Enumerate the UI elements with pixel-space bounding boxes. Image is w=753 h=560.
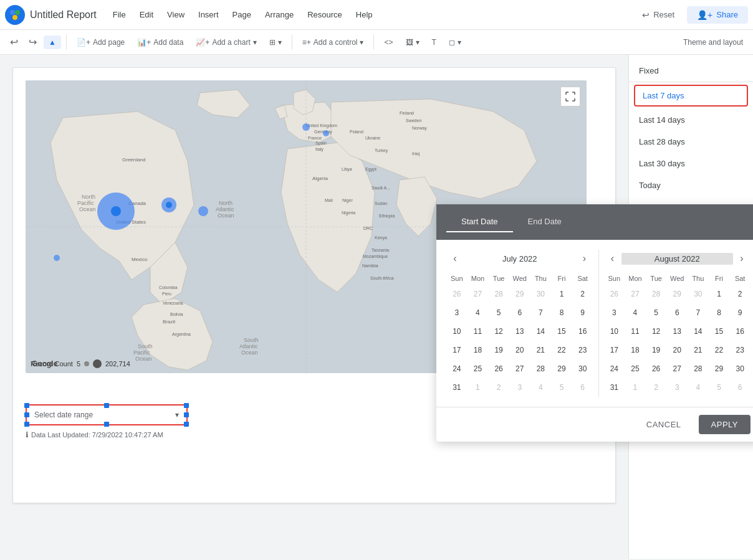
cal-day-r[interactable]: 13 bbox=[668, 323, 686, 340]
cal-day-r[interactable]: 24 bbox=[605, 360, 623, 377]
cal-day[interactable]: 7 bbox=[532, 304, 549, 321]
cal-day[interactable]: 2 bbox=[490, 379, 507, 396]
undo-button[interactable]: ↩ bbox=[5, 34, 22, 51]
cal-day-r[interactable]: 28 bbox=[689, 360, 707, 377]
menu-insert[interactable]: Insert bbox=[192, 7, 225, 22]
cal-day-r[interactable]: 4 bbox=[689, 379, 707, 396]
menu-file[interactable]: File bbox=[107, 7, 132, 22]
handle-tr[interactable] bbox=[184, 403, 189, 408]
cal-day[interactable]: 1 bbox=[469, 379, 486, 396]
cal-day-r[interactable]: 30 bbox=[689, 285, 707, 303]
cal-day-r[interactable]: 17 bbox=[605, 341, 623, 359]
cal-day[interactable]: 30 bbox=[532, 285, 549, 303]
cal-day-r[interactable]: 15 bbox=[711, 323, 728, 340]
cal-day-r[interactable]: 9 bbox=[731, 304, 749, 321]
cal-day-r[interactable]: 8 bbox=[711, 304, 728, 321]
handle-left[interactable] bbox=[24, 412, 29, 417]
text-button[interactable]: T bbox=[427, 36, 441, 49]
option-last-28-days[interactable]: Last 28 days bbox=[629, 131, 753, 153]
cal-day-r[interactable]: 25 bbox=[626, 360, 644, 377]
apply-button[interactable]: APPLY bbox=[699, 415, 751, 434]
menu-page[interactable]: Page bbox=[226, 7, 257, 22]
cal-day[interactable]: 29 bbox=[511, 285, 529, 303]
menu-arrange[interactable]: Arrange bbox=[259, 7, 300, 22]
cal-day[interactable]: 6 bbox=[511, 304, 529, 321]
cal-day[interactable]: 27 bbox=[469, 285, 486, 303]
cal-day-r[interactable]: 14 bbox=[689, 323, 707, 340]
cal-day[interactable]: 1 bbox=[553, 285, 570, 303]
cal-left-prev[interactable]: ‹ bbox=[446, 250, 464, 267]
cursor-tool[interactable]: ▲ bbox=[44, 36, 61, 49]
cal-day[interactable]: 17 bbox=[448, 341, 466, 359]
cal-day-r[interactable]: 6 bbox=[668, 304, 686, 321]
cal-day[interactable]: 14 bbox=[532, 323, 549, 340]
cal-day[interactable]: 28 bbox=[490, 285, 507, 303]
cal-day-r[interactable]: 2 bbox=[648, 379, 665, 396]
cal-day-r[interactable]: 20 bbox=[668, 341, 686, 359]
cal-day[interactable]: 27 bbox=[511, 360, 529, 377]
add-control-button[interactable]: ≡+ Add a control ▾ bbox=[297, 36, 369, 49]
code-button[interactable]: <> bbox=[379, 36, 398, 49]
cal-day-r[interactable]: 27 bbox=[626, 285, 644, 303]
cal-right-next[interactable]: › bbox=[733, 250, 751, 267]
cal-day[interactable]: 4 bbox=[469, 304, 486, 321]
start-date-tab[interactable]: Start Date bbox=[446, 212, 513, 232]
cal-day-r[interactable]: 5 bbox=[648, 304, 665, 321]
cal-day-r[interactable]: 27 bbox=[668, 360, 686, 377]
cal-day[interactable]: 25 bbox=[469, 360, 486, 377]
cal-day-r[interactable]: 7 bbox=[689, 304, 707, 321]
cal-day-r[interactable]: 2 bbox=[731, 285, 749, 303]
share-button[interactable]: 👤+ Share bbox=[687, 6, 748, 24]
cal-day[interactable]: 23 bbox=[574, 341, 592, 359]
cancel-button[interactable]: CANCEL bbox=[634, 415, 694, 434]
cal-day-r[interactable]: 6 bbox=[731, 379, 749, 396]
cal-day-r[interactable]: 1 bbox=[626, 379, 644, 396]
cal-day-r[interactable]: 3 bbox=[668, 379, 686, 396]
handle-top[interactable] bbox=[104, 403, 109, 408]
option-last-7-days[interactable]: Last 7 days bbox=[634, 85, 748, 107]
cal-day[interactable]: 31 bbox=[448, 379, 466, 396]
handle-right[interactable] bbox=[184, 412, 189, 417]
cal-day[interactable]: 22 bbox=[553, 341, 570, 359]
cal-day-r[interactable]: 26 bbox=[605, 285, 623, 303]
option-today[interactable]: Today bbox=[629, 174, 753, 196]
date-range-control[interactable]: Select date range ▾ bbox=[26, 404, 188, 425]
shapes-button[interactable]: ◻ ▾ bbox=[444, 36, 466, 49]
cal-day-r[interactable]: 21 bbox=[689, 341, 707, 359]
cal-day[interactable]: 2 bbox=[574, 285, 592, 303]
cal-day[interactable]: 21 bbox=[532, 341, 549, 359]
cal-day[interactable]: 5 bbox=[490, 304, 507, 321]
cal-day[interactable]: 3 bbox=[448, 304, 466, 321]
cal-day[interactable]: 30 bbox=[574, 360, 592, 377]
option-last-14-days[interactable]: Last 14 days bbox=[629, 109, 753, 131]
cal-day[interactable]: 19 bbox=[490, 341, 507, 359]
cal-day-r[interactable]: 23 bbox=[731, 341, 749, 359]
image-button[interactable]: 🖼 ▾ bbox=[401, 36, 424, 49]
cal-day[interactable]: 12 bbox=[490, 323, 507, 340]
cal-day[interactable]: 11 bbox=[469, 323, 486, 340]
cal-left-next[interactable]: › bbox=[576, 250, 593, 267]
option-last-30-days[interactable]: Last 30 days bbox=[629, 153, 753, 174]
cal-day-r[interactable]: 5 bbox=[711, 379, 728, 396]
cal-day[interactable]: 6 bbox=[574, 379, 592, 396]
cal-day-r[interactable]: 16 bbox=[731, 323, 749, 340]
menu-edit[interactable]: Edit bbox=[133, 7, 160, 22]
menu-resource[interactable]: Resource bbox=[301, 7, 348, 22]
cal-day-r[interactable]: 11 bbox=[626, 323, 644, 340]
cal-day[interactable]: 3 bbox=[511, 379, 529, 396]
cal-day[interactable]: 18 bbox=[469, 341, 486, 359]
cal-day-r[interactable]: 10 bbox=[605, 323, 623, 340]
cal-day[interactable]: 15 bbox=[553, 323, 570, 340]
cal-day[interactable]: 5 bbox=[553, 379, 570, 396]
cal-day[interactable]: 28 bbox=[532, 360, 549, 377]
fullscreen-button[interactable] bbox=[560, 87, 580, 107]
end-date-tab[interactable]: End Date bbox=[513, 212, 577, 232]
cal-day[interactable]: 26 bbox=[448, 285, 466, 303]
cal-day-r[interactable]: 3 bbox=[605, 304, 623, 321]
add-page-button[interactable]: 📄+ Add page bbox=[72, 36, 130, 49]
cal-day-r[interactable]: 31 bbox=[605, 379, 623, 396]
menu-view[interactable]: View bbox=[161, 7, 191, 22]
handle-br[interactable] bbox=[184, 422, 189, 427]
cal-right-prev[interactable]: ‹ bbox=[604, 250, 621, 267]
cal-day-r[interactable]: 1 bbox=[711, 285, 728, 303]
